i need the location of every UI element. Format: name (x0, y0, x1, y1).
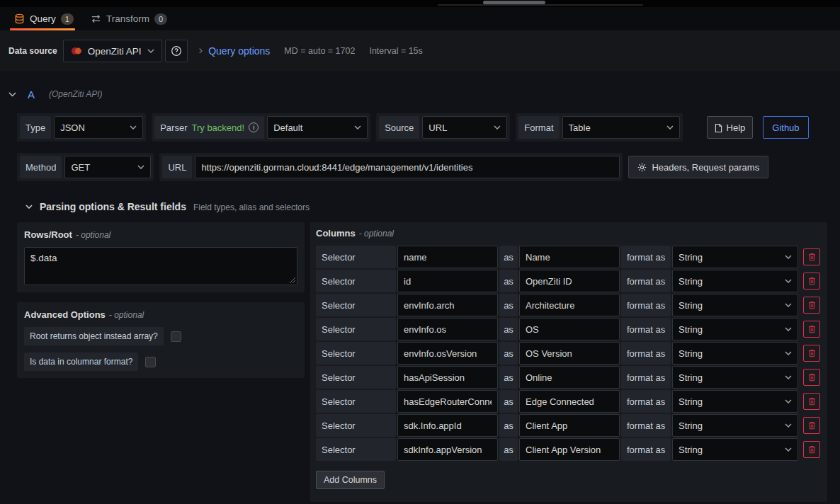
column-format-value: String (679, 348, 703, 359)
delete-column-button[interactable] (803, 273, 820, 290)
parsing-section-header[interactable]: Parsing options & Result fields Field ty… (0, 181, 840, 222)
alias-input[interactable] (519, 390, 620, 413)
delete-column-button[interactable] (803, 297, 820, 314)
source-select[interactable]: URL (422, 116, 507, 139)
window-drag-handle (483, 1, 545, 4)
rows-root-heading: Rows/Root- optional (24, 229, 297, 240)
trash-icon (808, 349, 816, 357)
delete-column-button[interactable] (803, 369, 820, 386)
method-field-group: Method GET (17, 153, 154, 181)
format-select[interactable]: Table (562, 116, 680, 139)
column-format-select[interactable]: String (672, 246, 798, 268)
parser-field-group: Parser Try backend! i Default (152, 113, 370, 142)
transform-icon (91, 13, 101, 24)
column-row: Selector as format as String (316, 294, 822, 316)
format-as-label: format as (621, 294, 671, 316)
alias-input[interactable] (519, 318, 620, 340)
column-format-select[interactable]: String (672, 366, 798, 389)
selector-input[interactable] (397, 318, 498, 340)
type-select[interactable]: JSON (54, 116, 143, 139)
alias-input[interactable] (519, 438, 620, 461)
query-ref-id[interactable]: A (28, 88, 35, 101)
datasource-help-button[interactable] (165, 40, 188, 62)
column-format-select[interactable]: String (672, 342, 798, 365)
selector-input[interactable] (397, 414, 498, 437)
selector-input[interactable] (397, 246, 498, 268)
try-backend-hint[interactable]: Try backend! (191, 122, 244, 133)
root-returns-object-label: Root returns object instead array? (24, 327, 164, 345)
parsing-section-title: Parsing options & Result fields (40, 201, 186, 212)
trash-icon (808, 253, 816, 261)
column-format-select[interactable]: String (672, 318, 798, 340)
collapse-chevron-icon[interactable] (8, 92, 16, 97)
parser-select[interactable]: Default (267, 116, 368, 139)
info-icon[interactable]: i (249, 122, 259, 132)
selector-input[interactable] (397, 342, 498, 365)
format-label: Format (518, 116, 559, 139)
selector-input[interactable] (397, 294, 498, 316)
selector-label: Selector (316, 342, 396, 365)
editor-tab-bar: Query 1 Transform 0 (0, 7, 840, 31)
format-as-label: format as (621, 366, 671, 389)
github-button[interactable]: Github (763, 116, 808, 139)
datasource-picker[interactable]: OpenZiti API (63, 40, 162, 62)
delete-column-button[interactable] (803, 417, 820, 434)
type-select-value: JSON (60, 122, 85, 133)
chevron-down-icon (785, 423, 792, 428)
chevron-down-icon (785, 279, 792, 283)
delete-column-button[interactable] (803, 345, 820, 362)
rows-root-textarea[interactable]: $.data (24, 247, 297, 285)
column-format-select[interactable]: String (672, 414, 798, 437)
columnar-format-checkbox[interactable] (145, 357, 156, 367)
root-returns-object-checkbox[interactable] (171, 331, 181, 342)
column-format-select[interactable]: String (672, 390, 798, 413)
delete-column-button[interactable] (803, 248, 820, 265)
help-button[interactable]: Help (707, 116, 754, 139)
alias-input[interactable] (519, 270, 620, 292)
tab-transform[interactable]: Transform 0 (82, 7, 176, 30)
openziti-logo-icon (71, 45, 82, 57)
columns-title: Columns (316, 228, 356, 239)
delete-column-button[interactable] (803, 441, 820, 458)
query-options-link[interactable]: Query options (208, 45, 270, 57)
chevron-down-icon (785, 327, 792, 331)
column-format-value: String (679, 300, 703, 311)
selector-input[interactable] (397, 366, 498, 389)
selector-label: Selector (316, 390, 396, 413)
column-format-select[interactable]: String (672, 438, 798, 461)
selector-input[interactable] (397, 270, 498, 292)
alias-input[interactable] (519, 246, 620, 268)
alias-input[interactable] (519, 414, 620, 437)
optional-suffix: - optional (76, 230, 110, 240)
selector-label: Selector (316, 366, 396, 389)
url-field-group: URL (159, 153, 623, 181)
selector-input[interactable] (397, 438, 498, 461)
type-field-group: Type JSON (17, 113, 146, 142)
delete-column-button[interactable] (803, 393, 820, 410)
trash-icon (808, 421, 816, 430)
delete-column-button[interactable] (803, 321, 820, 338)
tab-query[interactable]: Query 1 (6, 7, 82, 30)
alias-input[interactable] (519, 366, 620, 389)
database-icon (14, 13, 25, 24)
headers-request-params-button[interactable]: Headers, Request params (628, 156, 768, 178)
question-circle-icon (171, 45, 182, 57)
document-icon (715, 123, 722, 132)
as-label: as (499, 438, 518, 461)
selector-label: Selector (316, 438, 396, 461)
format-as-label: format as (621, 438, 671, 461)
column-format-value: String (679, 324, 703, 335)
parsing-body: Rows/Root- optional $.data Advanced Opti… (0, 222, 840, 502)
selector-input[interactable] (397, 390, 498, 413)
url-input[interactable] (195, 156, 620, 178)
column-format-select[interactable]: String (672, 294, 798, 316)
column-format-select[interactable]: String (672, 270, 798, 292)
method-select[interactable]: GET (64, 156, 151, 178)
parsing-left-column: Rows/Root- optional $.data Advanced Opti… (17, 222, 305, 378)
alias-input[interactable] (519, 294, 620, 316)
add-columns-button[interactable]: Add Columns (316, 471, 385, 489)
column-format-value: String (679, 252, 703, 263)
tab-transform-label: Transform (106, 13, 149, 24)
as-label: as (499, 390, 518, 413)
alias-input[interactable] (519, 342, 620, 365)
